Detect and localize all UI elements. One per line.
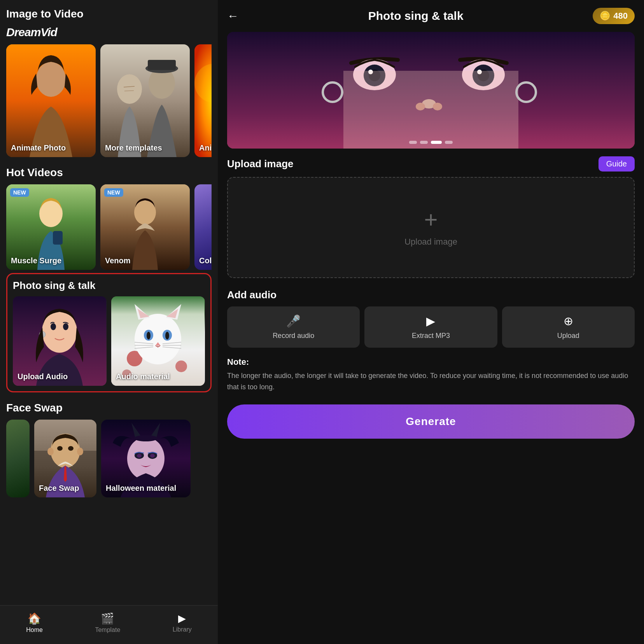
left-panel: Image to Video DreamVid <box>0 0 218 644</box>
anim-label: Anim <box>199 144 212 152</box>
itv-header: DreamVid <box>6 26 212 39</box>
itv-section-label: Image to Video <box>6 8 84 20</box>
nav-template[interactable]: 🎬 Template <box>95 612 120 634</box>
photo-sing-title: Photo sing & talk <box>13 280 205 292</box>
upload-audio-label: Upload Audio <box>18 372 68 381</box>
photo-sing-cards: Upload Audio <box>13 296 205 386</box>
hv-section-label: Hot Videos <box>6 166 63 178</box>
home-icon: 🏠 <box>28 612 41 625</box>
extract-mp3-label: Extract MP3 <box>412 332 450 340</box>
nav-library[interactable]: ▶ Library <box>173 612 192 633</box>
svg-point-25 <box>135 314 181 364</box>
anim-svg <box>194 44 212 157</box>
svg-rect-13 <box>53 231 63 245</box>
nav-home[interactable]: 🏠 Home <box>26 612 43 634</box>
venom-badge: NEW <box>104 188 123 197</box>
svg-point-47 <box>77 448 83 455</box>
dreamvid-logo: DreamVid <box>6 26 57 39</box>
face-swap-card[interactable]: Face Swap <box>34 420 96 497</box>
section-title-hv: Hot Videos <box>6 166 212 179</box>
fs-section-label: Face Swap <box>6 402 63 414</box>
section-title-fs: Face Swap <box>6 402 212 414</box>
muscle-surge-label: Muscle Surge <box>11 256 61 265</box>
fs-partial-bg <box>6 420 30 497</box>
face-swap-label: Face Swap <box>39 484 79 493</box>
upload-audio-card[interactable]: Upload Audio <box>13 296 107 386</box>
svg-rect-6 <box>148 60 176 70</box>
svg-point-48 <box>57 446 63 451</box>
guide-button[interactable]: Guide <box>598 156 635 172</box>
svg-point-58 <box>150 454 155 458</box>
bottom-nav: 🏠 Home 🎬 Template ▶ Library <box>0 605 218 644</box>
col-label: Col <box>199 256 212 265</box>
record-audio-button[interactable]: 🎤 Record audio <box>227 306 360 348</box>
svg-point-18 <box>51 323 56 330</box>
coin-icon: 🪙 <box>600 11 610 21</box>
upload-image-label: Upload image <box>227 158 293 170</box>
face-swap-cards: Face Swap <box>6 420 212 497</box>
anim-card[interactable]: Anim <box>194 44 212 157</box>
hot-videos-cards: NEW Muscle Surge <box>6 184 212 270</box>
animate-photo-card[interactable]: Animate Photo <box>6 44 96 157</box>
svg-point-33 <box>165 332 169 340</box>
upload-label: Upload <box>557 332 579 340</box>
animate-photo-label: Animate Photo <box>11 144 66 152</box>
upload-plus-icon: + <box>424 208 438 231</box>
dot-2 <box>420 141 428 144</box>
itv-cards: Animate Photo <box>6 44 212 157</box>
back-arrow-icon: ← <box>227 9 239 22</box>
more-templates-svg <box>100 44 190 157</box>
svg-point-3 <box>117 74 142 104</box>
library-label: Library <box>173 626 192 633</box>
upload-image-box[interactable]: + Upload image <box>227 177 635 278</box>
svg-point-57 <box>137 454 142 458</box>
play-circle-icon: ▶ <box>426 314 435 328</box>
svg-point-54 <box>134 435 158 441</box>
animate-photo-bg <box>6 44 96 157</box>
coins-value: 480 <box>613 11 628 21</box>
svg-rect-2 <box>100 44 190 157</box>
more-templates-label: More templates <box>105 144 162 152</box>
record-audio-label: Record audio <box>273 332 314 340</box>
muscle-surge-card[interactable]: NEW Muscle Surge <box>6 184 96 270</box>
note-text: The longer the audio, the longer it will… <box>227 370 635 393</box>
upload-image-header: Upload image Guide <box>227 156 635 172</box>
svg-rect-71 <box>343 71 518 149</box>
audio-material-label: Audio material <box>116 372 170 381</box>
dot-4 <box>445 141 453 144</box>
halloween-label: Halloween material <box>106 484 176 493</box>
upload-image-text: Upload image <box>404 237 457 247</box>
col-card[interactable]: Col <box>194 184 212 270</box>
extract-mp3-button[interactable]: ▶ Extract MP3 <box>364 306 497 348</box>
note-section: Note: The longer the audio, the longer i… <box>227 357 635 393</box>
right-header: ← Photo sing & talk 🪙 480 <box>227 8 635 24</box>
photo-sing-section: Photo sing & talk <box>6 273 212 392</box>
svg-point-32 <box>147 332 150 340</box>
section-title-itv: Image to Video <box>6 8 212 20</box>
note-title: Note: <box>227 357 635 367</box>
preview-image <box>227 32 635 149</box>
add-audio-label: Add audio <box>227 289 635 301</box>
anim-bg <box>194 44 212 157</box>
animate-photo-svg <box>6 44 96 157</box>
fs-partial-card[interactable] <box>6 420 30 497</box>
svg-point-49 <box>68 446 74 451</box>
generate-button[interactable]: Generate <box>227 404 635 439</box>
svg-point-1 <box>36 62 66 97</box>
preview-dots <box>409 141 453 144</box>
svg-point-46 <box>47 448 54 455</box>
more-templates-card[interactable]: More templates <box>100 44 190 157</box>
venom-label: Venom <box>105 256 131 265</box>
audio-buttons: 🎤 Record audio ▶ Extract MP3 ⊕ Upload <box>227 306 635 348</box>
upload-audio-button[interactable]: ⊕ Upload <box>502 306 635 348</box>
halloween-card[interactable]: Halloween material <box>101 420 191 497</box>
back-button[interactable]: ← <box>227 9 239 23</box>
home-label: Home <box>26 626 43 634</box>
audio-material-card[interactable]: Audio material <box>111 296 205 386</box>
right-panel: ← Photo sing & talk 🪙 480 <box>218 0 644 644</box>
right-title: Photo sing & talk <box>368 9 464 23</box>
dot-3 <box>431 141 442 144</box>
microphone-icon: 🎤 <box>286 314 301 328</box>
venom-card[interactable]: NEW Venom <box>100 184 190 270</box>
library-icon: ▶ <box>178 612 186 625</box>
